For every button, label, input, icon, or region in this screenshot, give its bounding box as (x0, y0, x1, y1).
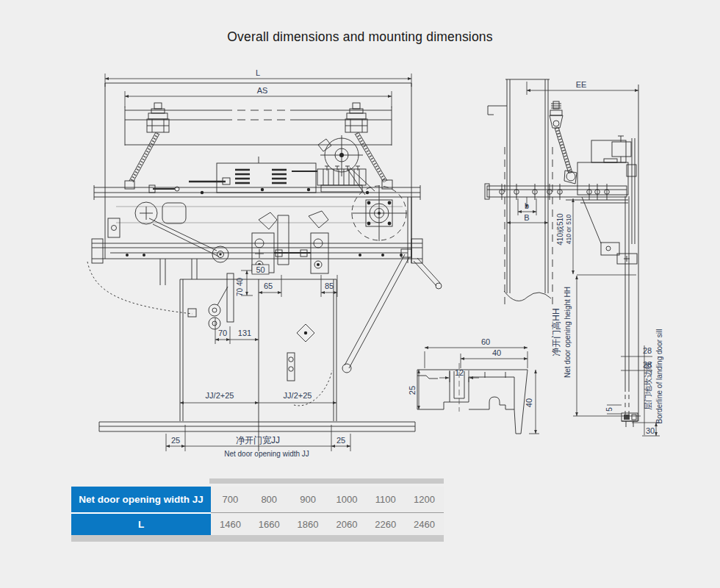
dim-jj-half-right: JJ/2+25 (284, 391, 312, 400)
jj-label-en: Net door opening width JJ (224, 450, 309, 458)
page: Overall dimensions and mounting dimensio… (0, 0, 720, 588)
left-assembly (108, 178, 230, 262)
front-view-dimensions (105, 74, 411, 451)
dim-AS: AS (257, 86, 268, 95)
wall-break-line (504, 291, 551, 301)
side-belt (555, 127, 577, 184)
table-cell: 1460 (211, 514, 250, 535)
dim-65: 65 (264, 282, 273, 290)
wall-bracket (488, 106, 507, 115)
left-belt (125, 132, 159, 189)
dim-410-en: 410 or 510 (565, 214, 572, 244)
dim-L: L (256, 68, 260, 77)
right-belt (355, 132, 392, 189)
table-cell: 1660 (250, 514, 289, 535)
dim-25-section: 25 (408, 386, 417, 395)
table-row2-header: L (71, 514, 211, 535)
dim-EE: EE (576, 80, 587, 89)
dim-40-right: 40 (525, 398, 533, 407)
side-view-drawing (485, 79, 638, 427)
sill-section-dimensions (419, 348, 539, 434)
table-cell: 1000 (327, 487, 366, 512)
dim-B: B (524, 213, 529, 222)
left-traveling-cable (87, 262, 192, 314)
page-title: Overall dimensions and mounting dimensio… (0, 29, 720, 45)
table-cell: 1200 (405, 487, 444, 512)
sill-front (99, 422, 415, 431)
dim-410-cn: 410或510 (556, 213, 564, 245)
table-cell: 900 (289, 487, 328, 512)
dim-5: 5 (605, 407, 613, 412)
dim-70: 70 (218, 329, 227, 337)
right-cable (294, 370, 332, 406)
jj-label-cn: 净开门宽JJ (236, 435, 280, 445)
dim-70-40: 70 40 (236, 278, 244, 296)
hh-label-en: Net door opening height HH (564, 287, 572, 378)
dim-b: b (525, 201, 529, 210)
left-hanger (147, 103, 169, 132)
sill-section-drawing (417, 363, 528, 434)
header-bar (485, 184, 628, 203)
side-hanger (550, 101, 563, 128)
door-panel-section (625, 196, 629, 416)
door-coupler-arm (342, 249, 442, 373)
sill-border-en: Borderline of landing door sill (655, 329, 663, 424)
table-cell: 1100 (366, 487, 405, 512)
dim-25-left: 25 (171, 436, 180, 445)
table-bottom-strip (71, 535, 444, 542)
door-panels (180, 279, 336, 451)
table-cell: 1860 (289, 514, 328, 535)
table-cell: 2060 (327, 514, 366, 535)
table-cell: 800 (250, 487, 289, 512)
table-cell: 700 (211, 487, 250, 512)
table-top-strip (209, 478, 444, 484)
dim-jj-half-left: JJ/2+25 (206, 391, 234, 400)
landing-sill-section (622, 413, 638, 427)
dim-12: 12 (455, 368, 464, 377)
table-cell: 2260 (366, 514, 405, 535)
dim-40-top: 40 (492, 348, 501, 357)
dim-25-right: 25 (336, 436, 345, 445)
sill-border-cn: 层门地坎边线 (644, 362, 652, 410)
dim-28-upper: 28 (643, 346, 652, 355)
right-hanger (345, 103, 367, 132)
dim-85: 85 (325, 282, 334, 290)
dim-50: 50 (256, 265, 264, 274)
dim-30: 30 (646, 426, 655, 435)
hh-label-cn: 净开门高HH (551, 308, 561, 356)
door-hanger-plates (252, 211, 328, 273)
dim-131: 131 (238, 329, 251, 337)
table-row1-header: Net door opening width JJ (71, 487, 211, 512)
dim-60: 60 (481, 337, 490, 346)
drive-pulley (351, 185, 407, 241)
table-cell: 2460 (405, 514, 444, 535)
